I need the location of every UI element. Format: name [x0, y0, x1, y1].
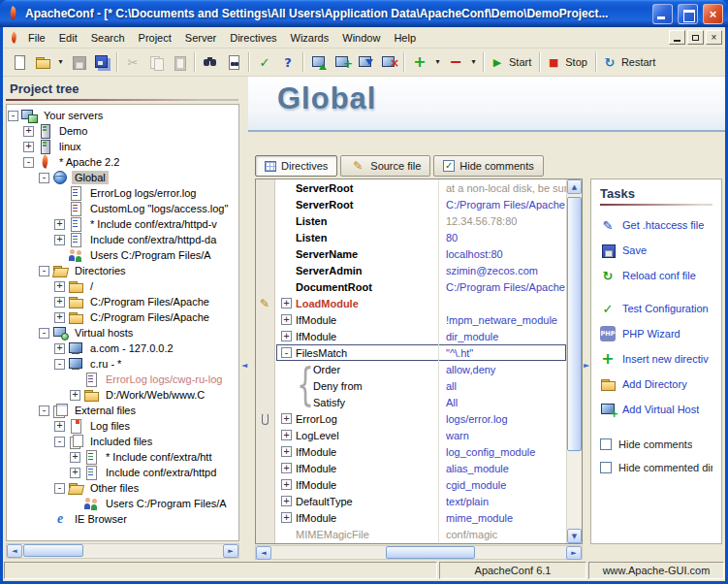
scroll-up-button[interactable]: ▲ — [567, 179, 582, 194]
directive-value[interactable]: logs/error.log — [439, 413, 566, 425]
menu-directives[interactable]: Directives — [223, 29, 283, 47]
add-directory-link[interactable]: Add Directory — [600, 376, 712, 392]
directive-value[interactable]: log_config_module — [439, 446, 566, 458]
directive-row-ifmodule[interactable]: +IfModulemime_module — [276, 509, 566, 526]
tab-directives[interactable]: Directives — [255, 155, 337, 177]
tree-item-include-conf-extra-httpd[interactable]: +Include conf/extra/httpd — [8, 465, 237, 480]
add-virtual-host-link[interactable]: Add Virtual Host — [600, 402, 712, 417]
scroll-left-button[interactable]: ◄ — [256, 546, 271, 560]
mdi-minimize-button[interactable] — [669, 30, 685, 45]
insert-new-directiv-link[interactable]: +Insert new directiv — [600, 351, 712, 367]
tree-item-c-program-files-apache[interactable]: +C:/Program Files/Apache — [8, 294, 237, 309]
copy-button[interactable] — [144, 51, 168, 74]
directive-row-satisfy[interactable]: SatisfyAll — [276, 394, 566, 410]
directive-value[interactable]: localhost:80 — [439, 248, 566, 260]
row-expander[interactable]: + — [281, 512, 292, 523]
tree-item-your-servers[interactable]: -Your servers — [8, 108, 237, 123]
tree-expander[interactable]: - — [39, 406, 49, 416]
tree-item-log-files[interactable]: +Log files — [8, 418, 237, 434]
menu-file[interactable]: File — [21, 29, 52, 47]
directive-row-ifmodule[interactable]: +IfModuledir_module — [276, 328, 566, 344]
tree-expander[interactable]: + — [23, 142, 34, 152]
tree-item-linux[interactable]: +linux — [8, 139, 237, 154]
directive-row-listen[interactable]: Listen12.34.56.78:80 — [276, 212, 566, 229]
tree-horizontal-scrollbar[interactable]: ◄ ► — [6, 543, 239, 559]
tree-item-c-ru[interactable]: -c.ru - * — [8, 356, 237, 372]
get-htaccess-file-link[interactable]: ✎Get .htaccess file — [600, 217, 712, 233]
tree-item-users-c-program-files-a[interactable]: Users C:/Program Files/A — [8, 496, 237, 511]
tree-expander[interactable]: - — [54, 483, 65, 494]
tree-expander[interactable]: - — [54, 359, 65, 370]
tree-item-customlog-logs-access-log[interactable]: CustomLog "logs/access.log" — [8, 201, 237, 216]
directive-row-serveradmin[interactable]: ServerAdminszimin@zecos.com — [276, 262, 566, 278]
tree-expander[interactable]: + — [23, 126, 34, 137]
right-splitter-collapse[interactable]: ► — [584, 361, 589, 370]
directive-row-documentroot[interactable]: DocumentRootC:/Program Files/Apache Soft — [276, 278, 566, 295]
directive-row-servername[interactable]: ServerNamelocalhost:80 — [276, 245, 566, 262]
help-button[interactable]: ? — [276, 51, 300, 74]
directive-value[interactable]: at a non-local disk, be sure to — [439, 182, 566, 194]
directive-row-filesmatch[interactable]: -FilesMatch"^\.ht" — [276, 344, 566, 361]
directive-value[interactable]: mime_module — [439, 512, 566, 524]
close-button[interactable]: × — [703, 4, 723, 24]
check-config-button[interactable]: ✓ — [253, 51, 276, 74]
scroll-thumb[interactable] — [23, 544, 83, 557]
tree-expander[interactable]: + — [54, 235, 65, 245]
menu-search[interactable]: Search — [84, 29, 132, 47]
tree-item-include-conf-extra-htt[interactable]: +* Include conf/extra/htt — [8, 449, 237, 465]
directive-row-loadmodule[interactable]: +LoadModule — [276, 295, 566, 311]
scroll-thumb[interactable] — [567, 197, 582, 451]
row-expander[interactable]: + — [281, 413, 292, 424]
restart-button[interactable]: ↻Restart — [600, 51, 660, 74]
tree-expander[interactable]: + — [54, 343, 65, 354]
row-expander[interactable]: + — [281, 446, 292, 457]
dropdown-arrow-button[interactable]: ▾ — [54, 51, 67, 74]
save-button[interactable] — [67, 51, 90, 74]
find-button[interactable] — [199, 51, 222, 74]
tree-item-errorlog-logs-cwg-ru-log[interactable]: ErrorLog logs/cwg-ru-log — [8, 372, 237, 387]
row-expander[interactable]: + — [281, 463, 292, 473]
dropdown-arrow-button[interactable]: ▾ — [431, 51, 444, 74]
directive-row-ifmodule[interactable]: +IfModule!mpm_netware_module — [276, 311, 566, 328]
paste-button[interactable] — [168, 51, 191, 74]
title-bar[interactable]: ApacheConf - [* C:\Documents and Setting… — [0, 0, 728, 27]
tree-expander[interactable]: + — [70, 468, 80, 478]
tree-item-included-files[interactable]: -Included files — [8, 434, 237, 449]
left-splitter-collapse[interactable]: ◄ — [241, 361, 247, 370]
directive-value[interactable]: !mpm_netware_module — [439, 314, 566, 326]
directive-value[interactable]: C:/Program Files/Apache Soft — [439, 281, 566, 293]
start-button[interactable]: ▶Start — [488, 51, 536, 74]
directive-value[interactable]: text/plain — [439, 496, 566, 507]
directive-row-errorlog[interactable]: +ErrorLoglogs/error.log — [276, 410, 566, 427]
menu-server[interactable]: Server — [178, 29, 223, 47]
server-delete-button[interactable] — [377, 51, 400, 74]
tree-expander[interactable]: + — [70, 452, 80, 463]
hide-comments-checkbox[interactable]: ✓ — [443, 160, 455, 172]
minimize-button[interactable] — [652, 4, 673, 24]
directive-value[interactable]: all — [439, 380, 566, 392]
save-link[interactable]: Save — [600, 243, 712, 258]
tree-item-users-c-program-files-a[interactable]: Users C:/Program Files/A — [8, 247, 237, 263]
row-expander[interactable]: + — [281, 298, 292, 308]
new-file-button[interactable] — [8, 51, 31, 74]
row-expander[interactable]: + — [281, 314, 292, 325]
menu-window[interactable]: Window — [335, 29, 387, 47]
menu-edit[interactable]: Edit — [52, 29, 84, 47]
scroll-down-button[interactable]: ▼ — [567, 529, 582, 543]
tree-item-virtual-hosts[interactable]: -Virtual hosts — [8, 325, 237, 341]
directive-value[interactable]: 80 — [439, 232, 566, 243]
find-in-files-button[interactable] — [222, 51, 245, 74]
tree-expander[interactable]: + — [54, 297, 65, 308]
tree-item-a-com-127-0-0-2[interactable]: +a.com - 127.0.0.2 — [8, 341, 237, 356]
server-download-button[interactable] — [354, 51, 377, 74]
tree-expander[interactable]: + — [54, 312, 65, 323]
tree-expander[interactable]: + — [54, 281, 65, 292]
save-all-button[interactable] — [90, 51, 113, 74]
tree-expander[interactable]: + — [54, 219, 65, 230]
menu-wizards[interactable]: Wizards — [284, 29, 336, 47]
directive-value[interactable]: conf/magic — [439, 529, 566, 540]
row-expander[interactable]: + — [281, 430, 292, 440]
tree-expander[interactable]: - — [39, 328, 49, 339]
tree-item-[interactable]: +/ — [8, 278, 237, 294]
directive-value[interactable]: All — [439, 397, 566, 408]
